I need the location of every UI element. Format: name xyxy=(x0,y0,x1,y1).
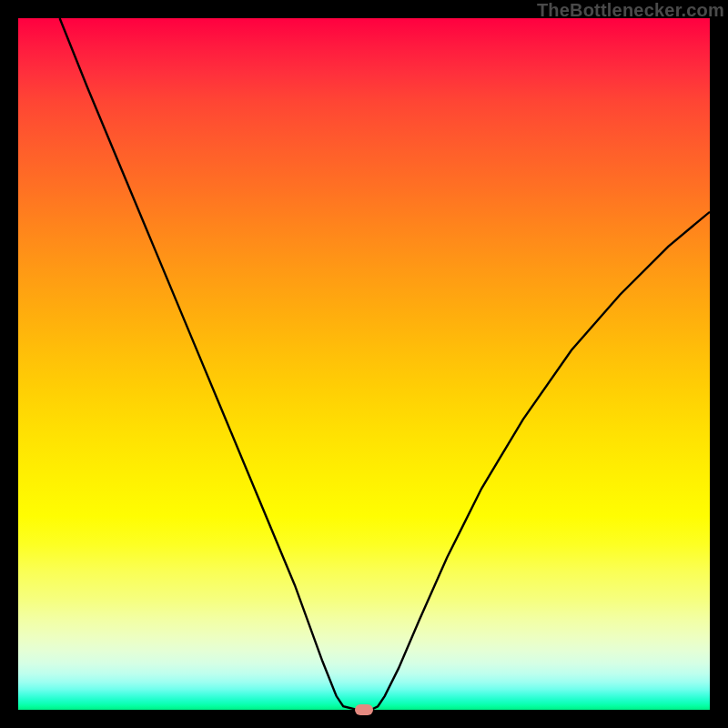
plot-area xyxy=(18,18,710,710)
source-label: TheBottlenecker.com xyxy=(537,0,724,21)
optimal-marker xyxy=(355,704,373,715)
curve-path xyxy=(60,18,710,710)
bottleneck-curve xyxy=(18,18,710,710)
chart-container: TheBottlenecker.com xyxy=(0,0,728,728)
